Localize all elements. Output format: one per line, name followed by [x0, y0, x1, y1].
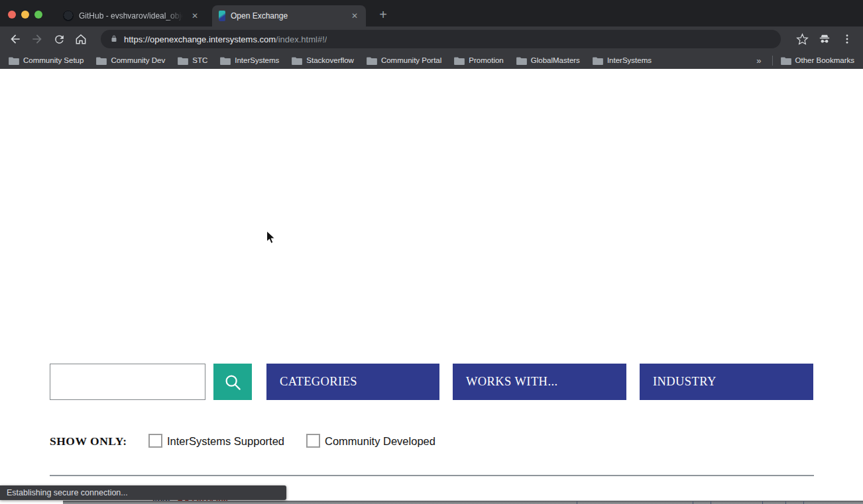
url-host: https://openexchange.intersystems.com: [124, 34, 276, 44]
column-divider: [693, 501, 693, 504]
incognito-icon: [815, 30, 834, 48]
page-content: CATEGORIES WORKS WITH... INDUSTRY SHOW O…: [0, 69, 863, 504]
folder-icon: [96, 56, 107, 65]
bookmark-folder-community-setup[interactable]: Community Setup: [9, 56, 84, 65]
bookmark-folder-intersystems-1[interactable]: InterSystems: [220, 56, 279, 65]
minimize-window-button[interactable]: [21, 11, 29, 19]
bookmark-label: Community Dev: [111, 56, 165, 64]
other-bookmarks-folder[interactable]: Other Bookmarks: [781, 56, 854, 65]
folder-icon: [292, 56, 302, 65]
url-text: https://openexchange.intersystems.com/in…: [124, 34, 327, 44]
reload-icon[interactable]: [49, 29, 69, 49]
bookmarks-overflow-chevron[interactable]: »: [754, 56, 764, 66]
bookmark-label: Promotion: [469, 56, 503, 64]
open-exchange-favicon-icon: [219, 11, 225, 21]
bookmark-folder-community-dev[interactable]: Community Dev: [96, 56, 165, 65]
bookmark-folder-globalmasters[interactable]: GlobalMasters: [516, 56, 580, 65]
folder-icon: [454, 56, 465, 65]
bookmark-star-icon[interactable]: [793, 30, 811, 48]
bookmark-label: InterSystems: [235, 56, 279, 64]
show-only-label: SHOW ONLY:: [50, 434, 127, 448]
search-icon: [223, 372, 243, 392]
url-path: /index.html#!/: [276, 34, 327, 44]
address-bar[interactable]: https://openexchange.intersystems.com/in…: [101, 30, 781, 48]
bookmark-label: Stackoverflow: [306, 56, 354, 64]
github-favicon-icon: [63, 11, 74, 21]
column-divider: [762, 501, 763, 504]
window-controls: [8, 11, 42, 19]
browser-toolbar: https://openexchange.intersystems.com/in…: [0, 26, 863, 52]
close-window-button[interactable]: [8, 11, 16, 19]
tab-title: GitHub - evshvarov/ideal_objec: [79, 11, 185, 21]
community-developed-checkbox[interactable]: [306, 434, 320, 448]
folder-icon: [781, 56, 791, 65]
lock-icon: [110, 34, 118, 44]
community-developed-label: Community Developed: [325, 435, 435, 448]
clipped-row-top-edge: [63, 501, 863, 504]
folder-icon: [9, 56, 19, 65]
folder-icon: [220, 56, 231, 65]
bookmarks-bar-right: » Other Bookmarks: [754, 56, 854, 66]
bookmark-label: Other Bookmarks: [795, 56, 854, 64]
content-divider: [50, 475, 814, 476]
folder-icon: [367, 56, 377, 65]
tab-github[interactable]: GitHub - evshvarov/ideal_objec ✕: [56, 5, 206, 26]
bookmark-folder-promotion[interactable]: Promotion: [454, 56, 503, 65]
folder-icon: [593, 56, 603, 65]
fullscreen-window-button[interactable]: [34, 11, 42, 19]
bookmark-label: STC: [192, 56, 207, 64]
bookmarks-separator: [772, 56, 773, 66]
column-divider: [577, 501, 577, 504]
status-bubble: Establishing secure connection...: [0, 485, 286, 500]
column-divider: [803, 501, 804, 504]
new-tab-button[interactable]: +: [374, 6, 392, 25]
works-with-dropdown-button[interactable]: WORKS WITH...: [453, 364, 626, 400]
mouse-cursor-icon: [266, 230, 276, 245]
bookmark-label: InterSystems: [607, 56, 652, 64]
tab-close-icon[interactable]: ✕: [350, 11, 359, 21]
categories-dropdown-button[interactable]: CATEGORIES: [266, 364, 439, 400]
bookmark-folder-stc[interactable]: STC: [178, 56, 207, 65]
bookmarks-bar: Community Setup Community Dev STC InterS…: [0, 52, 863, 69]
tab-strip: GitHub - evshvarov/ideal_objec ✕ Open Ex…: [0, 0, 863, 26]
menu-kebab-icon[interactable]: [838, 30, 856, 48]
column-divider: [785, 501, 786, 504]
back-icon[interactable]: [5, 29, 25, 49]
tab-close-icon[interactable]: ✕: [190, 11, 200, 21]
forward-icon[interactable]: [27, 29, 47, 49]
bookmark-label: GlobalMasters: [531, 56, 580, 64]
search-button[interactable]: [213, 364, 252, 400]
bookmark-label: Community Portal: [381, 56, 441, 64]
browser-window: GitHub - evshvarov/ideal_objec ✕ Open Ex…: [0, 0, 863, 504]
search-input[interactable]: [50, 364, 205, 400]
intersystems-supported-checkbox[interactable]: [148, 434, 162, 448]
tab-open-exchange[interactable]: Open Exchange ✕: [212, 5, 366, 26]
bookmark-folder-intersystems-2[interactable]: InterSystems: [593, 56, 652, 65]
folder-icon: [178, 56, 188, 65]
bookmark-folder-community-portal[interactable]: Community Portal: [367, 56, 441, 65]
bookmark-label: Community Setup: [23, 56, 84, 64]
bookmark-folder-stackoverflow[interactable]: Stackoverflow: [292, 56, 354, 65]
folder-icon: [516, 56, 527, 65]
intersystems-supported-label: InterSystems Supported: [167, 435, 284, 448]
home-icon[interactable]: [71, 29, 91, 49]
industry-dropdown-button[interactable]: INDUSTRY: [640, 364, 813, 400]
tab-title: Open Exchange: [231, 11, 345, 21]
column-divider: [711, 501, 711, 504]
